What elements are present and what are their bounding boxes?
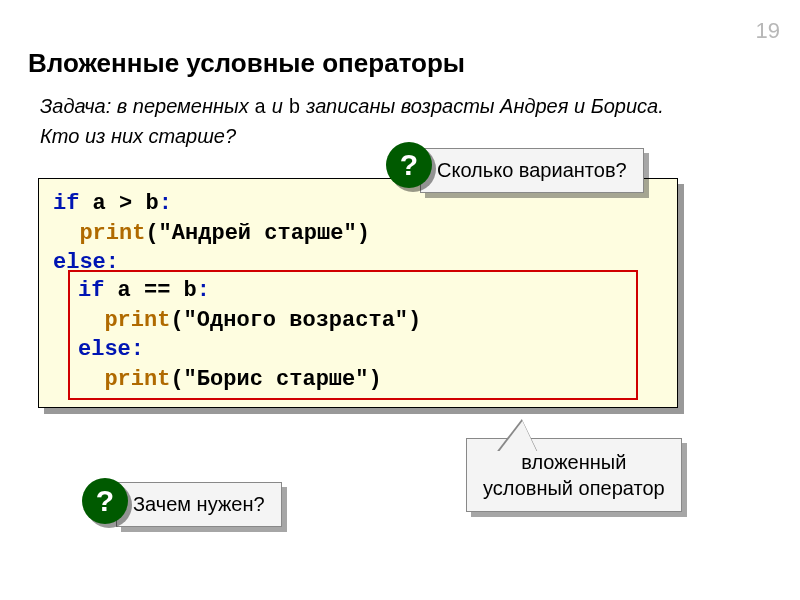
- callout-variants: Сколько вариантов?: [420, 148, 644, 193]
- arg-3: ("Борис старше"): [170, 367, 381, 392]
- colon-1: :: [159, 191, 172, 216]
- arg-1: ("Андрей старше"): [145, 221, 369, 246]
- callout-nested-line1: вложенный: [483, 449, 665, 475]
- kw-if: if: [53, 191, 79, 216]
- nested-line-1: if a == b:: [78, 276, 628, 306]
- code-line-1: if a > b:: [53, 189, 663, 219]
- fn-print-2: print: [104, 308, 170, 333]
- cond-2: a == b: [104, 278, 196, 303]
- task-description: Задача: в переменных a и b записаны возр…: [40, 92, 690, 150]
- fn-print-1: print: [79, 221, 145, 246]
- question-mark-icon-2: ?: [82, 478, 128, 524]
- code-block-nested: if a == b: print("Одного возраста") else…: [68, 270, 638, 400]
- nested-line-3: else:: [78, 335, 628, 365]
- nested-line-4: print("Борис старше"): [78, 365, 628, 395]
- task-prefix: Задача: [40, 95, 106, 117]
- cond-1: a > b: [79, 191, 158, 216]
- page-number: 19: [756, 18, 780, 44]
- nested-line-2: print("Одного возраста"): [78, 306, 628, 336]
- callout-nested-line2: условный оператор: [483, 475, 665, 501]
- colon-n3: :: [131, 337, 144, 362]
- callout-why: Зачем нужен?: [116, 482, 282, 527]
- slide-title: Вложенные условные операторы: [28, 48, 465, 79]
- task-text1: : в переменных: [106, 95, 249, 117]
- question-mark-icon-1: ?: [386, 142, 432, 188]
- fn-print-3: print: [104, 367, 170, 392]
- code-line-2: print("Андрей старше"): [53, 219, 663, 249]
- arg-2: ("Одного возраста"): [170, 308, 421, 333]
- kw-if-2: if: [78, 278, 104, 303]
- colon-n1: :: [197, 278, 210, 303]
- kw-else-2: else: [78, 337, 131, 362]
- task-text2: и: [272, 95, 283, 117]
- task-var-b: b: [289, 96, 301, 119]
- task-var-a: a: [254, 96, 266, 119]
